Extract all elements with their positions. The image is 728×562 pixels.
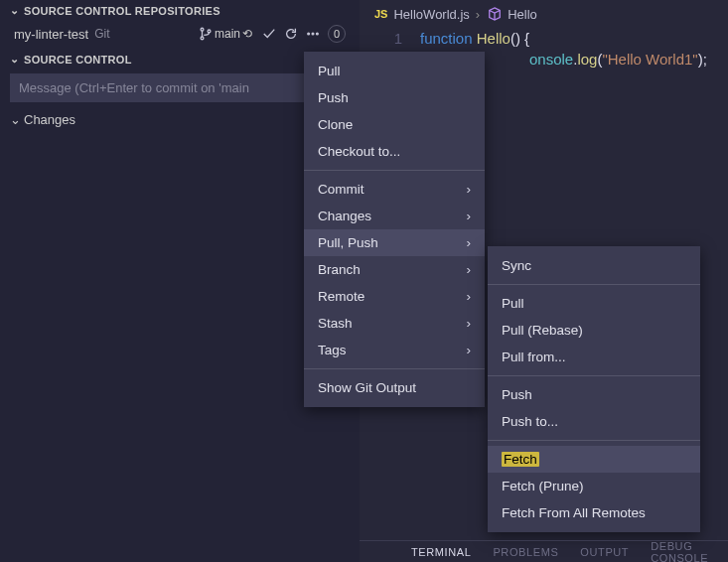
chevron-down-icon: ⌄ [8,53,22,66]
breadcrumb-bar: JS HelloWorld.js › Hello [360,0,728,28]
changes-label: Changes [24,112,75,127]
menu-item-clone[interactable]: Clone [304,111,485,138]
svg-point-1 [201,37,204,40]
changes-count-badge: 0 [328,25,346,43]
menu-item-push[interactable]: Push [304,84,485,111]
breadcrumb-separator: › [476,7,480,22]
submenu-item-fetch[interactable]: Fetch [488,446,700,473]
line-number: 1 [374,30,402,47]
menu-item-pull-push[interactable]: Pull, Push› [304,229,485,256]
menu-item-changes[interactable]: Changes› [304,203,485,229]
repositories-header[interactable]: ⌄ SOURCE CONTROL REPOSITORIES [0,0,360,21]
menu-item-commit[interactable]: Commit› [304,176,485,203]
menu-item-remote[interactable]: Remote› [304,283,485,310]
svg-point-3 [308,33,310,35]
submenu-arrow-icon: › [467,316,472,331]
menu-separator [488,375,700,376]
commit-message-input[interactable] [10,73,350,102]
repo-vcs: Git [94,27,109,41]
svg-point-0 [201,28,204,31]
repositories-header-label: SOURCE CONTROL REPOSITORIES [24,5,220,17]
module-icon [486,5,504,23]
panel-tab-output[interactable]: OUTPUT [580,546,629,558]
submenu-arrow-icon: › [467,182,472,197]
panel-tab-debug-console[interactable]: DEBUG CONSOLE [651,540,708,563]
submenu-item-pull[interactable]: Pull [488,290,700,317]
submenu-item-push[interactable]: Push [488,381,700,408]
branch-name: main [215,27,240,41]
tab-file-label: HelloWorld.js [393,7,469,22]
menu-separator [304,170,485,171]
branch-indicator[interactable]: main ⟲ [197,25,252,43]
source-control-header-label: SOURCE CONTROL [24,54,132,66]
chevron-down-icon: ⌄ [8,4,22,17]
repo-name: my-linter-test [14,27,88,42]
context-menu-main: Pull Push Clone Checkout to... Commit› C… [304,52,485,407]
bottom-panel-tabs: TERMINAL PROBLEMS OUTPUT DEBUG CONSOLE [360,540,728,562]
commit-check-icon[interactable] [260,25,278,43]
svg-point-4 [312,33,314,35]
svg-point-2 [208,30,211,33]
submenu-item-pull-from[interactable]: Pull from... [488,344,700,370]
more-actions-icon[interactable] [304,25,322,43]
tab-helloworld[interactable]: JS HelloWorld.js [374,7,470,22]
branch-icon [197,25,215,43]
breadcrumb-symbol[interactable]: Hello [486,5,537,23]
svg-point-5 [317,33,319,35]
code-line-1[interactable]: 1 function Hello() { [360,28,728,49]
submenu-item-pull-rebase[interactable]: Pull (Rebase) [488,317,700,344]
submenu-arrow-icon: › [467,262,472,277]
menu-item-pull[interactable]: Pull [304,58,485,84]
menu-separator [488,440,700,441]
panel-tab-terminal[interactable]: TERMINAL [411,546,471,558]
submenu-arrow-icon: › [467,209,472,223]
menu-item-tags[interactable]: Tags› [304,337,485,363]
submenu-item-sync[interactable]: Sync [488,252,700,279]
menu-separator [488,284,700,285]
repo-row[interactable]: my-linter-test Git main ⟲ 0 [0,21,360,49]
submenu-arrow-icon: › [467,289,472,304]
js-file-icon: JS [374,8,387,20]
branch-sync-icon: ⟲ [242,27,252,41]
menu-separator [304,368,485,369]
submenu-arrow-icon: › [467,343,472,357]
panel-tab-problems[interactable]: PROBLEMS [493,546,558,558]
submenu-item-fetch-prune[interactable]: Fetch (Prune) [488,473,700,499]
refresh-icon[interactable] [282,25,300,43]
menu-item-branch[interactable]: Branch› [304,256,485,283]
submenu-arrow-icon: › [467,235,472,250]
chevron-down-icon: ⌄ [8,112,22,127]
menu-item-show-git-output[interactable]: Show Git Output [304,374,485,401]
submenu-item-fetch-all[interactable]: Fetch From All Remotes [488,499,700,526]
menu-item-checkout[interactable]: Checkout to... [304,138,485,165]
context-menu-pullpush: Sync Pull Pull (Rebase) Pull from... Pus… [488,246,700,532]
commit-message-input-wrap [10,73,350,102]
breadcrumb-symbol-label: Hello [508,7,537,22]
menu-item-stash[interactable]: Stash› [304,310,485,337]
submenu-item-push-to[interactable]: Push to... [488,408,700,435]
